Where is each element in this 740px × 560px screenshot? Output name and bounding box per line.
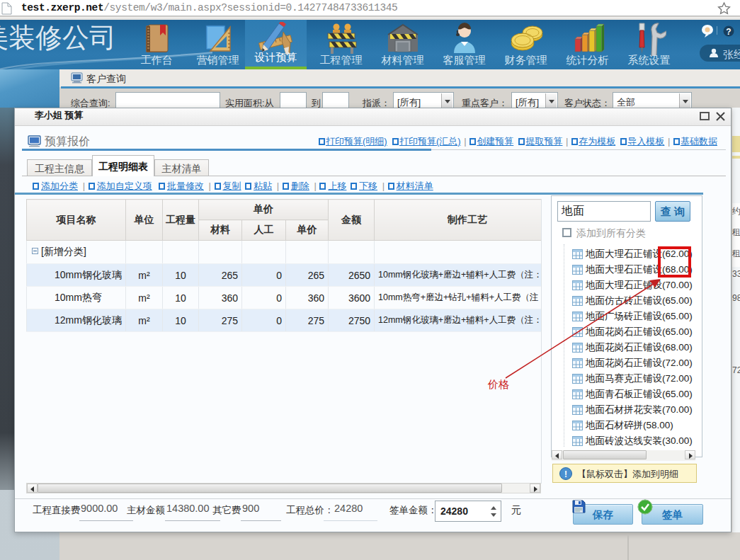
svg-text:!: ! bbox=[564, 469, 567, 479]
svg-text:?: ? bbox=[726, 27, 731, 37]
